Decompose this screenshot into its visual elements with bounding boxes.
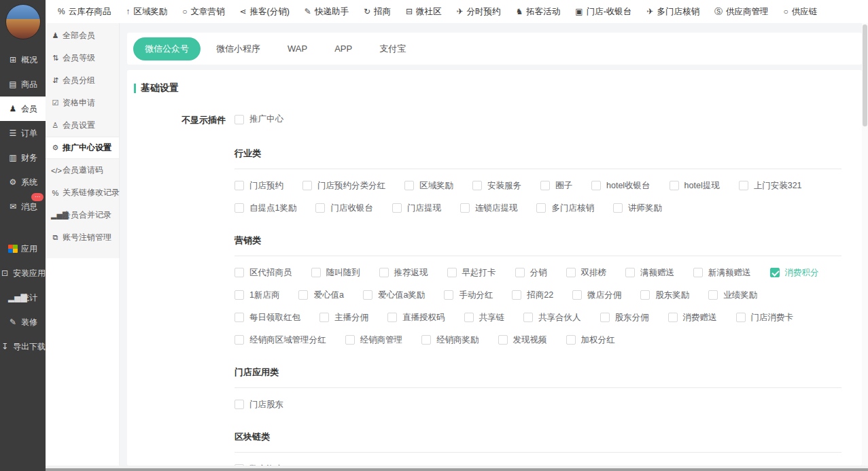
checkbox-icon[interactable] bbox=[668, 313, 678, 322]
checkbox-icon[interactable] bbox=[613, 203, 623, 213]
sidebar-item-export[interactable]: ↧ 导出下载 bbox=[0, 334, 46, 359]
checkbox-item[interactable]: 满额赠送 bbox=[625, 267, 674, 279]
topnav-item-pencil[interactable]: ✎ 快递助手 bbox=[305, 6, 349, 18]
checkbox-item[interactable]: 安装服务 bbox=[472, 180, 521, 192]
checkbox-icon[interactable] bbox=[319, 313, 329, 322]
checkbox-icon[interactable] bbox=[600, 313, 610, 322]
checkbox-item[interactable]: 推荐返现 bbox=[379, 267, 428, 279]
submenu-item-relation-modify-log[interactable]: % 关系链修改记录 bbox=[46, 181, 119, 204]
tab-wechat-official[interactable]: 微信公众号 bbox=[133, 37, 201, 60]
submenu-item-member-levels[interactable]: ⇅ 会员等级 bbox=[46, 47, 119, 69]
sidebar-item-statistics[interactable]: ▂▅▇ 统计 bbox=[0, 285, 46, 310]
checkbox-icon[interactable] bbox=[640, 290, 650, 300]
topnav-item-recycle[interactable]: ↻ 招商 bbox=[364, 6, 391, 18]
checkbox-icon[interactable] bbox=[736, 313, 746, 322]
checkbox-icon[interactable] bbox=[566, 335, 576, 345]
checkbox-item[interactable]: 消费赠送 bbox=[668, 312, 717, 324]
sidebar-item-messages[interactable]: ✉ 消息 ⋯ bbox=[0, 194, 46, 219]
checkbox-item[interactable]: 新满额赠送 bbox=[693, 267, 751, 279]
checkbox-item[interactable]: 区域奖励 bbox=[404, 180, 453, 192]
checkbox-item[interactable]: 门店预约 bbox=[235, 180, 283, 192]
checkbox-item[interactable]: 股东分佣 bbox=[600, 312, 649, 324]
checkbox-item[interactable]: 区代招商员 bbox=[235, 267, 292, 279]
checkbox-icon[interactable] bbox=[311, 268, 321, 277]
checkbox-item[interactable]: 门店消费卡 bbox=[736, 312, 794, 324]
checkbox-item[interactable]: 爱心值a bbox=[298, 290, 343, 301]
checkbox-item[interactable]: 手动分红 bbox=[444, 290, 493, 301]
checkbox-item[interactable]: 门店股东 bbox=[235, 399, 283, 411]
submenu-item-member-invite-code[interactable]: </> 会员邀请码 bbox=[46, 159, 119, 181]
sidebar-item-system[interactable]: ⚙ 系统 bbox=[0, 170, 46, 194]
checkbox-item[interactable]: 共享合伙人 bbox=[523, 312, 581, 324]
checkbox-item[interactable]: 自提点1奖励 bbox=[235, 203, 296, 214]
topnav-item-activity[interactable]: ♞ 拓客活动 bbox=[516, 6, 561, 18]
checkbox-icon[interactable] bbox=[566, 268, 576, 277]
checkbox-item[interactable]: 每日领取红包 bbox=[235, 312, 300, 324]
checkbox-item[interactable]: 上门安装321 bbox=[739, 180, 802, 192]
submenu-item-qualification-apply[interactable]: ☑ 资格申请 bbox=[46, 92, 119, 114]
checkbox-item[interactable]: 门店收银台 bbox=[315, 203, 373, 214]
checkbox-icon[interactable] bbox=[235, 313, 244, 322]
checkbox-icon[interactable] bbox=[235, 268, 244, 277]
checkbox-icon[interactable] bbox=[298, 290, 308, 300]
checkbox-icon[interactable] bbox=[345, 335, 355, 345]
checkbox-item[interactable]: 1新店商 bbox=[235, 290, 279, 301]
topnav-item-circle[interactable]: ○ 文章营销 bbox=[182, 6, 224, 18]
checkbox-icon[interactable] bbox=[444, 290, 453, 300]
checkbox-item[interactable]: 经销商管理 bbox=[345, 334, 403, 346]
checkbox-icon[interactable] bbox=[421, 335, 431, 345]
topnav-item-share[interactable]: ⋖ 推客(分销) bbox=[239, 6, 289, 18]
checkbox-item[interactable]: 微店分佣 bbox=[572, 290, 621, 301]
checkbox-item[interactable]: 分销 bbox=[515, 267, 547, 279]
checkbox-icon[interactable] bbox=[523, 313, 533, 322]
topnav-item-chain[interactable]: ○ 供应链 bbox=[783, 6, 817, 18]
submenu-item-promotion-center-settings[interactable]: ⚙ 推广中心设置 bbox=[46, 137, 119, 159]
checkbox-item[interactable]: 共享链 bbox=[464, 312, 505, 324]
checkbox-item[interactable]: 推广中心 bbox=[235, 114, 283, 125]
checkbox-item[interactable]: 业绩奖励 bbox=[708, 290, 757, 301]
checkbox-item[interactable]: hotel提现 bbox=[670, 180, 720, 192]
checkbox-icon[interactable] bbox=[363, 290, 372, 300]
sidebar-item-goods[interactable]: ▤ 商品 bbox=[0, 72, 46, 97]
checkbox-icon[interactable] bbox=[625, 268, 635, 277]
submenu-item-member-groups[interactable]: ⇵ 会员分组 bbox=[46, 69, 119, 92]
checkbox-icon[interactable] bbox=[708, 290, 718, 300]
checkbox-icon[interactable] bbox=[464, 313, 474, 322]
checkbox-icon[interactable] bbox=[235, 290, 244, 300]
topnav-item-community[interactable]: ⊟ 微社区 bbox=[406, 6, 442, 18]
checkbox-icon[interactable] bbox=[572, 290, 582, 300]
scrollbar-thumb[interactable] bbox=[863, 24, 867, 126]
checkbox-icon[interactable] bbox=[536, 203, 546, 213]
checkbox-item[interactable]: 加权分红 bbox=[566, 334, 615, 346]
checkbox-icon[interactable] bbox=[591, 181, 601, 190]
submenu-item-member-settings[interactable]: ♙ 会员设置 bbox=[46, 114, 119, 137]
submenu-item-account-cancel-manage[interactable]: ⧉ 账号注销管理 bbox=[46, 226, 119, 249]
checkbox-icon[interactable] bbox=[540, 181, 550, 190]
checkbox-item[interactable]: 多门店核销 bbox=[536, 203, 594, 214]
checkbox-icon[interactable] bbox=[472, 181, 482, 190]
checkbox-item[interactable]: 爱心值a奖励 bbox=[363, 290, 425, 301]
sidebar-item-orders[interactable]: ☰ 订单 bbox=[0, 121, 46, 145]
checkbox-item[interactable]: 消费积分 bbox=[770, 267, 819, 279]
checkbox-item[interactable]: 股东奖励 bbox=[640, 290, 689, 301]
checkbox-icon[interactable] bbox=[404, 181, 414, 190]
checkbox-item[interactable]: 直播授权码 bbox=[387, 312, 445, 324]
sidebar-item-install-apps[interactable]: ⊡ 安装应用 bbox=[0, 261, 46, 285]
checkbox-icon[interactable] bbox=[315, 203, 325, 213]
tab-wap[interactable]: WAP bbox=[276, 38, 319, 59]
topnav-item-verify[interactable]: ✈ 多门店核销 bbox=[646, 6, 699, 18]
sidebar-item-apps[interactable]: 应用 bbox=[0, 237, 46, 261]
checkbox-icon[interactable] bbox=[392, 203, 402, 213]
topnav-item-register[interactable]: ▣ 门店-收银台 bbox=[575, 6, 631, 18]
checkbox-icon[interactable] bbox=[739, 181, 748, 190]
sidebar-item-decorate[interactable]: ✎ 装修 bbox=[0, 310, 46, 334]
checkbox-icon[interactable] bbox=[460, 203, 470, 213]
topnav-item-dart[interactable]: ✈ 分时预约 bbox=[457, 6, 501, 18]
tab-alipay[interactable]: 支付宝 bbox=[368, 37, 417, 60]
checkbox-item[interactable]: 招商22 bbox=[512, 290, 553, 301]
checkbox-item[interactable]: 经销商区域管理分红 bbox=[235, 334, 326, 346]
checkbox-icon[interactable] bbox=[515, 268, 525, 277]
tab-app[interactable]: APP bbox=[323, 38, 364, 59]
topnav-item-supplier[interactable]: Ⓢ 供应商管理 bbox=[714, 6, 769, 18]
checkbox-item[interactable]: 讲师奖励 bbox=[613, 203, 662, 214]
